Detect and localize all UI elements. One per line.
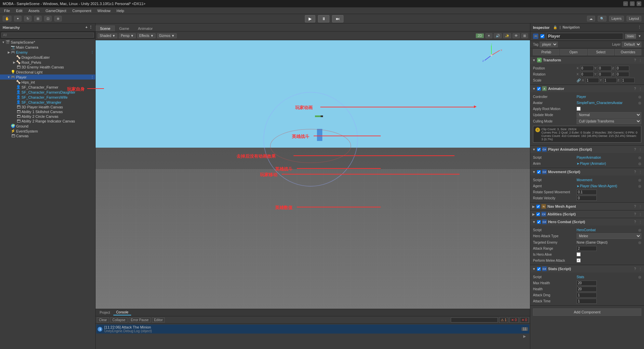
collapse-btn[interactable]: Collapse: [110, 317, 127, 322]
stats-header[interactable]: ▼ C# Stats (Script) ? ⋮: [530, 265, 644, 272]
herocombat-enabled[interactable]: [537, 220, 541, 224]
pa-script-value[interactable]: PlayerAnimation: [577, 156, 601, 159]
editor-btn[interactable]: Editor: [152, 317, 165, 322]
abilities-enabled[interactable]: [536, 212, 540, 216]
hierarchy-plus-btn[interactable]: +: [86, 25, 88, 30]
animator-header[interactable]: ▼ A Animator ? ⋮: [530, 85, 644, 92]
hc-attack-range-input[interactable]: [577, 246, 597, 251]
hc-is-alive-checkbox[interactable]: [577, 252, 581, 256]
tab-console[interactable]: Console: [113, 310, 131, 315]
mv-agent-text[interactable]: Player (Nav Mesh Agent): [580, 184, 617, 188]
layout-btn[interactable]: Layout: [627, 16, 641, 21]
scale-z-input[interactable]: [621, 78, 635, 83]
avatar-value[interactable]: SimpleFarm_CharactersAvatar: [577, 101, 623, 105]
menu-file[interactable]: File: [1, 8, 13, 13]
menu-component[interactable]: Component: [69, 8, 94, 13]
hierarchy-item-enemyhealth[interactable]: ▶ 🗔 3D Enemy Health Canvas: [0, 65, 95, 69]
avatar-target-icon[interactable]: ◎: [638, 101, 641, 105]
health-input[interactable]: [577, 287, 597, 292]
menu-assets[interactable]: Assets: [26, 8, 42, 13]
scale-y-input[interactable]: [603, 78, 617, 83]
pa-anim-text[interactable]: Player (Animator): [580, 162, 606, 165]
culling-mode-select[interactable]: Cull Update Transforms: [577, 118, 641, 124]
animator-enabled-toggle[interactable]: [537, 87, 541, 91]
hierarchy-item-enemy[interactable]: ▶ 🎮 Enemy ⋮: [0, 50, 95, 55]
hierarchy-menu-btn[interactable]: ⋮: [89, 25, 93, 30]
hierarchy-item-ability2circle[interactable]: ▶ 🗔 Ability 2 Circle Canvas: [0, 114, 95, 119]
abilities-header[interactable]: ▶ C# Abilities (Script) ? ⋮: [530, 210, 644, 218]
scene-hidden-btn[interactable]: 👁: [513, 33, 520, 38]
hierarchy-item-maincamera[interactable]: ▶ 📷 Main Camera: [0, 45, 95, 50]
scene-viewport[interactable]: X Y Z 玩家动画 去掉后没有动画效果 玩家移动: [96, 40, 530, 309]
attack-dmg-input[interactable]: [577, 293, 597, 298]
tab-project[interactable]: Project: [97, 310, 113, 315]
hierarchy-search-input[interactable]: [1, 33, 94, 38]
hand-tool[interactable]: ✋: [3, 16, 11, 21]
movement-header[interactable]: ▼ C# Movement (Script) ? ⋮: [530, 168, 644, 176]
hc-attack-type-select[interactable]: Melee: [577, 233, 641, 239]
menu-window[interactable]: Window: [95, 8, 113, 13]
hc-melee-attack-checkbox[interactable]: [577, 258, 581, 262]
apply-root-motion-checkbox[interactable]: [577, 107, 581, 111]
overrides-btn[interactable]: Overrides: [615, 49, 641, 55]
navmesh-enabled[interactable]: [536, 205, 540, 208]
tag-select[interactable]: player: [540, 42, 558, 47]
rect-tool[interactable]: ⊡: [44, 16, 52, 21]
pos-z-input[interactable]: [616, 66, 629, 71]
attack-time-input[interactable]: [577, 299, 597, 304]
rot-y-input[interactable]: [598, 72, 611, 77]
static-badge[interactable]: Static: [625, 34, 636, 39]
console-search-input[interactable]: [451, 317, 498, 322]
select-btn[interactable]: Select: [588, 49, 614, 55]
hierarchy-item-ability2range[interactable]: ▶ 🗔 Ability 2 Range Indicator Canvas: [0, 119, 95, 123]
transform-header[interactable]: ▼ ⊕ Transform ? ⋮: [530, 56, 644, 64]
mv-script-value[interactable]: Movement: [577, 178, 592, 182]
tab-animator[interactable]: Animator: [133, 26, 157, 31]
hierarchy-item-dirlight[interactable]: ▶ 💡 Directional Light: [0, 69, 95, 74]
player-animation-header[interactable]: ▼ C# Player Animation (Script) ? ⋮: [530, 146, 644, 153]
menu-gameobject[interactable]: GameObject: [43, 8, 69, 13]
transform-more-icon[interactable]: ⋮: [639, 58, 642, 62]
layers-btn[interactable]: Layers: [609, 16, 624, 21]
controller-value[interactable]: Player: [577, 95, 586, 99]
pos-x-input[interactable]: [580, 66, 594, 71]
scene-effects-btn[interactable]: Effects ▼: [137, 33, 156, 38]
scene-audio-btn[interactable]: 🔊: [494, 33, 502, 38]
hierarchy-item-ground[interactable]: ▶ 🌍 Ground: [0, 123, 95, 129]
controller-target-icon[interactable]: ◎: [638, 95, 641, 99]
hierarchy-item-rootpelvis[interactable]: ▶ 🦴 Root_Pelvis: [0, 60, 95, 65]
hierarchy-item-wrangler[interactable]: ▶ 👤 SF_Character_Wrangler: [0, 100, 95, 105]
play-button[interactable]: ▶: [305, 15, 315, 22]
scene-persp-btn[interactable]: Persp ▼: [119, 33, 136, 38]
rotate-tool[interactable]: ↻: [24, 16, 32, 21]
tab-scene[interactable]: Scene: [96, 26, 115, 31]
open-btn[interactable]: Open: [560, 49, 587, 55]
hierarchy-item-eventsystem[interactable]: ▶ ⚡ EventSystem: [0, 129, 95, 134]
hc-script-value[interactable]: HeroCombat: [577, 228, 596, 232]
transform-settings-icon[interactable]: ?: [634, 58, 636, 62]
inspector-lock-icon[interactable]: 🔒: [553, 26, 557, 29]
update-mode-select[interactable]: Normal: [577, 112, 641, 118]
hierarchy-item-ability1[interactable]: ▶ 🗔 Ability 1 Skillshot Canvas: [0, 109, 95, 114]
rot-x-input[interactable]: [580, 72, 594, 77]
transform-tool[interactable]: ⊕: [54, 16, 62, 21]
clear-btn[interactable]: Clear: [97, 317, 109, 322]
scene-fx-btn[interactable]: ✨: [503, 33, 511, 38]
console-entry[interactable]: ℹ [11:22:06] Attack The Minion UnityEngi…: [96, 325, 529, 334]
scale-x-input[interactable]: [586, 78, 599, 83]
menu-edit[interactable]: Edit: [13, 8, 25, 13]
pos-y-input[interactable]: [598, 66, 611, 71]
minimize-btn[interactable]: ─: [623, 1, 628, 6]
hierarchy-item-player[interactable]: ▼ 🎮 Player ⋮: [0, 74, 95, 80]
inspector-more-btn[interactable]: ⋮: [638, 25, 641, 30]
stats-enabled[interactable]: [537, 267, 541, 271]
close-btn[interactable]: ✕: [637, 1, 641, 6]
hierarchy-item-dragonsoul[interactable]: ▶ 🦴 DragonSoulEater: [0, 55, 95, 60]
scene-gizmos-btn[interactable]: Gizmos ▼: [157, 33, 177, 38]
hierarchy-item-farmerswife[interactable]: ▶ 👤 SF_Character_FarmersWife: [0, 95, 95, 100]
navmesh-header[interactable]: ▶ N Nav Mesh Agent ? ⋮: [530, 203, 644, 210]
object-name-input[interactable]: [546, 33, 623, 40]
mv-rotate-speed-input[interactable]: [577, 190, 597, 195]
collab-btn[interactable]: ☁: [587, 16, 595, 21]
scene-shading-btn[interactable]: Shaded ▼: [98, 33, 117, 38]
